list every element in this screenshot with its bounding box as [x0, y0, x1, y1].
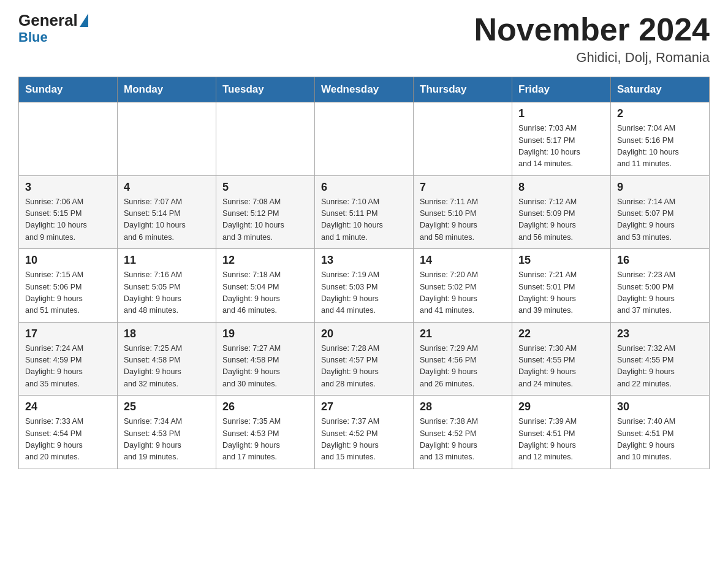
day-info: Sunrise: 7:29 AM Sunset: 4:56 PM Dayligh…: [420, 343, 506, 391]
day-info: Sunrise: 7:37 AM Sunset: 4:52 PM Dayligh…: [321, 416, 407, 464]
calendar-cell: [414, 102, 512, 176]
logo-blue: Blue: [18, 29, 48, 45]
calendar-cell: 30Sunrise: 7:40 AM Sunset: 4:51 PM Dayli…: [611, 396, 710, 469]
calendar-cell: 23Sunrise: 7:32 AM Sunset: 4:55 PM Dayli…: [611, 322, 710, 396]
calendar-cell: 14Sunrise: 7:20 AM Sunset: 5:02 PM Dayli…: [414, 249, 512, 323]
weekday-header-sunday: Sunday: [19, 77, 118, 102]
calendar-cell: 19Sunrise: 7:27 AM Sunset: 4:58 PM Dayli…: [216, 322, 315, 396]
day-info: Sunrise: 7:35 AM Sunset: 4:53 PM Dayligh…: [222, 416, 308, 464]
calendar-cell: 5Sunrise: 7:08 AM Sunset: 5:12 PM Daylig…: [216, 175, 315, 249]
calendar-cell: 21Sunrise: 7:29 AM Sunset: 4:56 PM Dayli…: [414, 322, 512, 396]
day-number: 1: [518, 107, 604, 120]
calendar-cell: 28Sunrise: 7:38 AM Sunset: 4:52 PM Dayli…: [414, 396, 512, 469]
calendar-cell: 27Sunrise: 7:37 AM Sunset: 4:52 PM Dayli…: [315, 396, 414, 469]
day-info: Sunrise: 7:21 AM Sunset: 5:01 PM Dayligh…: [518, 269, 604, 317]
calendar-cell: 7Sunrise: 7:11 AM Sunset: 5:10 PM Daylig…: [414, 175, 512, 249]
weekday-header-wednesday: Wednesday: [315, 77, 414, 102]
day-info: Sunrise: 7:34 AM Sunset: 4:53 PM Dayligh…: [124, 416, 210, 464]
day-number: 10: [25, 254, 111, 267]
calendar-cell: 13Sunrise: 7:19 AM Sunset: 5:03 PM Dayli…: [315, 249, 414, 323]
calendar-cell: 8Sunrise: 7:12 AM Sunset: 5:09 PM Daylig…: [512, 175, 611, 249]
day-number: 23: [617, 327, 703, 340]
day-number: 26: [222, 400, 308, 413]
calendar-cell: 9Sunrise: 7:14 AM Sunset: 5:07 PM Daylig…: [611, 175, 710, 249]
day-number: 22: [518, 327, 604, 340]
day-info: Sunrise: 7:38 AM Sunset: 4:52 PM Dayligh…: [420, 416, 506, 464]
day-info: Sunrise: 7:40 AM Sunset: 4:51 PM Dayligh…: [617, 416, 703, 464]
calendar-cell: 12Sunrise: 7:18 AM Sunset: 5:04 PM Dayli…: [216, 249, 315, 323]
day-info: Sunrise: 7:08 AM Sunset: 5:12 PM Dayligh…: [222, 196, 308, 244]
calendar-cell: 10Sunrise: 7:15 AM Sunset: 5:06 PM Dayli…: [19, 249, 118, 323]
weekday-header-saturday: Saturday: [611, 77, 710, 102]
day-info: Sunrise: 7:19 AM Sunset: 5:03 PM Dayligh…: [321, 269, 407, 317]
title-block: November 2024 Ghidici, Dolj, Romania: [474, 12, 710, 66]
calendar-title: November 2024: [474, 12, 710, 47]
day-info: Sunrise: 7:03 AM Sunset: 5:17 PM Dayligh…: [518, 123, 604, 170]
day-number: 17: [25, 327, 111, 340]
calendar-cell: [315, 102, 414, 176]
day-info: Sunrise: 7:27 AM Sunset: 4:58 PM Dayligh…: [222, 343, 308, 391]
day-info: Sunrise: 7:23 AM Sunset: 5:00 PM Dayligh…: [617, 269, 703, 317]
day-number: 3: [25, 181, 111, 194]
day-number: 20: [321, 327, 407, 340]
day-number: 6: [321, 181, 407, 194]
day-number: 4: [124, 181, 210, 194]
day-info: Sunrise: 7:20 AM Sunset: 5:02 PM Dayligh…: [420, 269, 506, 317]
day-number: 7: [420, 181, 506, 194]
week-row-5: 24Sunrise: 7:33 AM Sunset: 4:54 PM Dayli…: [19, 396, 710, 469]
calendar-cell: 4Sunrise: 7:07 AM Sunset: 5:14 PM Daylig…: [118, 175, 216, 249]
day-number: 2: [617, 107, 703, 120]
day-info: Sunrise: 7:16 AM Sunset: 5:05 PM Dayligh…: [124, 269, 210, 317]
calendar-cell: 6Sunrise: 7:10 AM Sunset: 5:11 PM Daylig…: [315, 175, 414, 249]
day-info: Sunrise: 7:15 AM Sunset: 5:06 PM Dayligh…: [25, 269, 111, 317]
day-number: 14: [420, 254, 506, 267]
calendar-cell: 22Sunrise: 7:30 AM Sunset: 4:55 PM Dayli…: [512, 322, 611, 396]
day-info: Sunrise: 7:12 AM Sunset: 5:09 PM Dayligh…: [518, 196, 604, 244]
day-info: Sunrise: 7:06 AM Sunset: 5:15 PM Dayligh…: [25, 196, 111, 244]
day-info: Sunrise: 7:18 AM Sunset: 5:04 PM Dayligh…: [222, 269, 308, 317]
calendar-cell: 17Sunrise: 7:24 AM Sunset: 4:59 PM Dayli…: [19, 322, 118, 396]
day-number: 28: [420, 400, 506, 413]
calendar-cell: 24Sunrise: 7:33 AM Sunset: 4:54 PM Dayli…: [19, 396, 118, 469]
day-number: 16: [617, 254, 703, 267]
calendar-cell: 11Sunrise: 7:16 AM Sunset: 5:05 PM Dayli…: [118, 249, 216, 323]
calendar-cell: 16Sunrise: 7:23 AM Sunset: 5:00 PM Dayli…: [611, 249, 710, 323]
calendar-cell: 18Sunrise: 7:25 AM Sunset: 4:58 PM Dayli…: [118, 322, 216, 396]
weekday-header-tuesday: Tuesday: [216, 77, 315, 102]
calendar-cell: [19, 102, 118, 176]
weekday-header-friday: Friday: [512, 77, 611, 102]
day-number: 27: [321, 400, 407, 413]
logo-triangle-icon: [80, 13, 88, 27]
weekday-header-row: SundayMondayTuesdayWednesdayThursdayFrid…: [19, 77, 710, 102]
day-number: 5: [222, 181, 308, 194]
day-number: 29: [518, 400, 604, 413]
calendar-cell: 1Sunrise: 7:03 AM Sunset: 5:17 PM Daylig…: [512, 102, 611, 176]
logo-general: General: [18, 12, 78, 28]
logo: General Blue: [18, 12, 88, 45]
day-number: 15: [518, 254, 604, 267]
day-info: Sunrise: 7:04 AM Sunset: 5:16 PM Dayligh…: [617, 123, 703, 170]
weekday-header-monday: Monday: [118, 77, 216, 102]
day-number: 12: [222, 254, 308, 267]
calendar-table: SundayMondayTuesdayWednesdayThursdayFrid…: [18, 77, 710, 469]
day-number: 25: [124, 400, 210, 413]
day-info: Sunrise: 7:25 AM Sunset: 4:58 PM Dayligh…: [124, 343, 210, 391]
week-row-3: 10Sunrise: 7:15 AM Sunset: 5:06 PM Dayli…: [19, 249, 710, 323]
day-number: 30: [617, 400, 703, 413]
day-info: Sunrise: 7:39 AM Sunset: 4:51 PM Dayligh…: [518, 416, 604, 464]
calendar-cell: 3Sunrise: 7:06 AM Sunset: 5:15 PM Daylig…: [19, 175, 118, 249]
week-row-2: 3Sunrise: 7:06 AM Sunset: 5:15 PM Daylig…: [19, 175, 710, 249]
calendar-cell: 29Sunrise: 7:39 AM Sunset: 4:51 PM Dayli…: [512, 396, 611, 469]
day-number: 19: [222, 327, 308, 340]
day-info: Sunrise: 7:33 AM Sunset: 4:54 PM Dayligh…: [25, 416, 111, 464]
calendar-cell: 20Sunrise: 7:28 AM Sunset: 4:57 PM Dayli…: [315, 322, 414, 396]
calendar-cell: 2Sunrise: 7:04 AM Sunset: 5:16 PM Daylig…: [611, 102, 710, 176]
day-number: 21: [420, 327, 506, 340]
day-number: 13: [321, 254, 407, 267]
day-info: Sunrise: 7:32 AM Sunset: 4:55 PM Dayligh…: [617, 343, 703, 391]
day-info: Sunrise: 7:28 AM Sunset: 4:57 PM Dayligh…: [321, 343, 407, 391]
week-row-4: 17Sunrise: 7:24 AM Sunset: 4:59 PM Dayli…: [19, 322, 710, 396]
day-info: Sunrise: 7:07 AM Sunset: 5:14 PM Dayligh…: [124, 196, 210, 244]
weekday-header-thursday: Thursday: [414, 77, 512, 102]
day-info: Sunrise: 7:11 AM Sunset: 5:10 PM Dayligh…: [420, 196, 506, 244]
